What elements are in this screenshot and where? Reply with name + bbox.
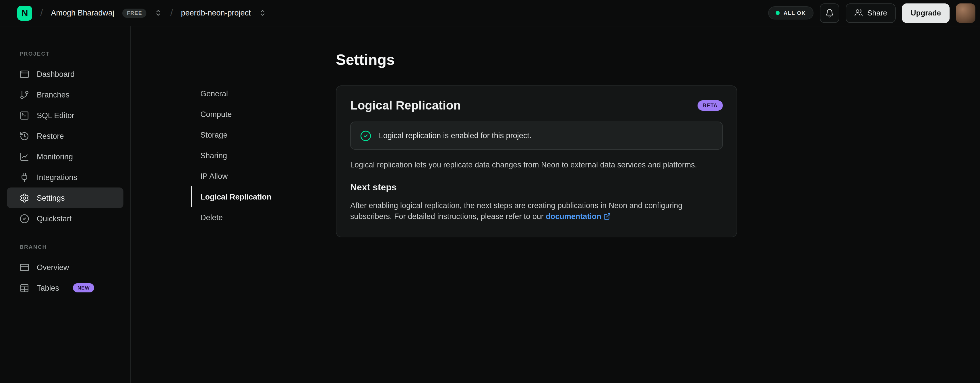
bell-icon (825, 8, 834, 17)
gear-icon (19, 193, 29, 203)
sidebar-item-branches[interactable]: Branches (7, 84, 123, 105)
check-circle-icon (360, 130, 371, 141)
org-selector-chevrons-icon[interactable] (155, 9, 162, 17)
next-steps-heading: Next steps (350, 182, 723, 193)
sidebar-item-overview[interactable]: Overview (7, 257, 123, 277)
card-title: Logical Replication (350, 99, 461, 112)
status-badge[interactable]: ALL OK (768, 6, 813, 19)
sidebar-item-label: Overview (37, 263, 69, 272)
settings-nav-compute[interactable]: Compute (191, 104, 289, 124)
new-badge: NEW (73, 283, 94, 293)
sidebar-item-label: Tables (37, 283, 59, 292)
status-dot-icon (776, 11, 780, 15)
body-row: PROJECT Dashboard Branches SQL Editor Re… (0, 26, 980, 383)
table-icon (19, 283, 29, 293)
plug-icon (19, 172, 29, 182)
beta-badge: BETA (698, 100, 723, 111)
sidebar-item-label: Dashboard (37, 70, 75, 78)
sidebar-item-sql-editor[interactable]: SQL Editor (7, 105, 123, 125)
next-steps-text: After enabling logical replication, the … (350, 200, 723, 222)
upgrade-label: Upgrade (911, 9, 941, 17)
settings-subnav: General Compute Storage Sharing IP Allow… (191, 83, 289, 228)
sidebar-item-monitoring[interactable]: Monitoring (7, 146, 123, 167)
sidebar-item-label: SQL Editor (37, 111, 74, 120)
sidebar-item-quickstart[interactable]: Quickstart (7, 208, 123, 229)
settings-nav-storage[interactable]: Storage (191, 124, 289, 145)
settings-nav-logical-replication[interactable]: Logical Replication (191, 186, 289, 207)
status-label: ALL OK (784, 10, 806, 16)
sidebar-item-integrations[interactable]: Integrations (7, 167, 123, 187)
circle-check-icon (19, 214, 29, 223)
sidebar-item-label: Integrations (37, 173, 77, 182)
sidebar-item-dashboard[interactable]: Dashboard (7, 63, 123, 84)
top-header: N / Amogh Bharadwaj FREE / peerdb-neon-p… (0, 0, 980, 26)
settings-nav-delete[interactable]: Delete (191, 207, 289, 228)
git-branch-icon (19, 90, 29, 100)
sidebar: PROJECT Dashboard Branches SQL Editor Re… (0, 26, 131, 383)
header-actions: ALL OK Share Upgrade (768, 3, 975, 23)
sidebar-item-label: Settings (37, 193, 65, 202)
window-icon (19, 262, 29, 272)
documentation-link[interactable]: documentation (546, 212, 601, 221)
breadcrumb-divider: / (170, 7, 173, 19)
settings-nav-general[interactable]: General (191, 83, 289, 104)
alert-text: Logical replication is enabled for this … (379, 131, 531, 140)
org-plan-badge: FREE (122, 8, 147, 17)
users-icon (854, 9, 862, 17)
enabled-alert: Logical replication is enabled for this … (350, 122, 723, 150)
breadcrumb: N / Amogh Bharadwaj FREE / peerdb-neon-p… (17, 5, 266, 21)
main-area: General Compute Storage Sharing IP Allow… (131, 26, 980, 383)
card-header: Logical Replication BETA (350, 99, 723, 112)
share-button[interactable]: Share (845, 3, 896, 23)
settings-nav-sharing[interactable]: Sharing (191, 145, 289, 166)
project-selector-chevrons-icon[interactable] (259, 9, 266, 17)
settings-nav-ip-allow[interactable]: IP Allow (191, 166, 289, 186)
breadcrumb-divider: / (40, 7, 43, 19)
share-label: Share (867, 9, 887, 17)
external-link-icon (604, 213, 611, 220)
sidebar-item-label: Restore (37, 131, 64, 140)
sql-editor-icon (19, 110, 29, 120)
neon-logo[interactable]: N (17, 5, 32, 21)
sidebar-item-label: Branches (37, 90, 70, 99)
sidebar-item-label: Monitoring (37, 152, 73, 161)
logical-replication-card: Logical Replication BETA Logical replica… (336, 85, 737, 237)
project-name[interactable]: peerdb-neon-project (181, 9, 251, 17)
notifications-button[interactable] (819, 3, 839, 23)
org-name[interactable]: Amogh Bharadwaj (51, 9, 114, 17)
user-avatar[interactable] (956, 3, 975, 23)
sidebar-item-restore[interactable]: Restore (7, 125, 123, 146)
sidebar-item-tables[interactable]: Tables NEW (7, 277, 123, 298)
sidebar-item-label: Quickstart (37, 214, 72, 223)
settings-content: Settings Logical Replication BETA Logica… (336, 26, 737, 237)
dashboard-icon (19, 69, 29, 79)
sidebar-item-settings[interactable]: Settings (7, 187, 123, 208)
page-title: Settings (336, 51, 737, 69)
next-steps-body: After enabling logical replication, the … (350, 201, 682, 221)
upgrade-button[interactable]: Upgrade (902, 3, 950, 23)
app-root: N / Amogh Bharadwaj FREE / peerdb-neon-p… (0, 0, 980, 383)
history-icon (19, 131, 29, 141)
chart-icon (19, 152, 29, 161)
description-text: Logical replication lets you replicate d… (350, 159, 723, 170)
sidebar-section-branch: BRANCH (7, 244, 123, 250)
sidebar-section-project: PROJECT (7, 51, 123, 57)
